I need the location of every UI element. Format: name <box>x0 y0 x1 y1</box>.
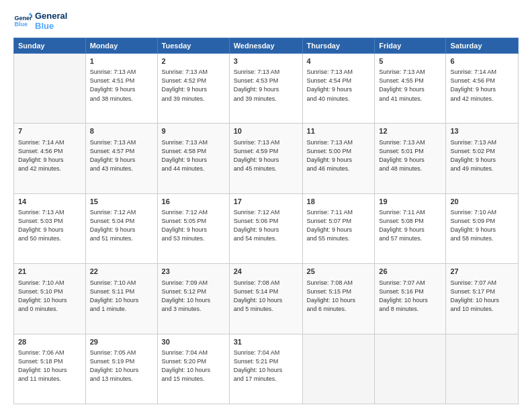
col-monday: Monday <box>85 38 157 54</box>
day-info: Sunrise: 7:13 AMSunset: 4:54 PMDaylight:… <box>307 68 371 103</box>
day-info: Sunrise: 7:13 AMSunset: 4:57 PMDaylight:… <box>90 138 153 173</box>
day-number: 10 <box>234 126 298 136</box>
day-number: 20 <box>450 197 514 207</box>
day-info: Sunrise: 7:13 AMSunset: 4:51 PMDaylight:… <box>90 68 153 103</box>
day-number: 30 <box>162 337 225 347</box>
day-info: Sunrise: 7:13 AMSunset: 4:53 PMDaylight:… <box>234 68 298 103</box>
table-row: 31Sunrise: 7:04 AMSunset: 5:21 PMDayligh… <box>229 334 302 404</box>
day-info: Sunrise: 7:12 AMSunset: 5:06 PMDaylight:… <box>234 208 298 243</box>
table-row: 5Sunrise: 7:13 AMSunset: 4:55 PMDaylight… <box>375 54 446 124</box>
table-row: 27Sunrise: 7:07 AMSunset: 5:17 PMDayligh… <box>446 264 519 334</box>
calendar-week-row: 1Sunrise: 7:13 AMSunset: 4:51 PMDaylight… <box>14 54 519 124</box>
day-info: Sunrise: 7:13 AMSunset: 4:55 PMDaylight:… <box>379 68 441 103</box>
day-info: Sunrise: 7:13 AMSunset: 4:52 PMDaylight:… <box>162 68 225 103</box>
page: General Blue General Blue Sunday Monday … <box>0 0 532 411</box>
day-number: 15 <box>90 197 153 207</box>
day-info: Sunrise: 7:09 AMSunset: 5:12 PMDaylight:… <box>162 279 225 314</box>
calendar-week-row: 28Sunrise: 7:06 AMSunset: 5:18 PMDayligh… <box>14 334 519 404</box>
day-info: Sunrise: 7:11 AMSunset: 5:07 PMDaylight:… <box>307 208 371 243</box>
day-number: 13 <box>450 126 514 136</box>
day-number: 5 <box>379 56 441 66</box>
col-tuesday: Tuesday <box>157 38 229 54</box>
table-row: 19Sunrise: 7:11 AMSunset: 5:08 PMDayligh… <box>375 193 446 263</box>
header-row: Sunday Monday Tuesday Wednesday Thursday… <box>14 38 519 54</box>
svg-text:Blue: Blue <box>14 21 28 28</box>
day-number: 8 <box>90 126 153 136</box>
day-number: 24 <box>234 267 298 277</box>
day-number: 18 <box>307 197 371 207</box>
day-info: Sunrise: 7:10 AMSunset: 5:11 PMDaylight:… <box>90 279 153 314</box>
calendar-week-row: 21Sunrise: 7:10 AMSunset: 5:10 PMDayligh… <box>14 264 519 334</box>
day-number: 23 <box>162 267 225 277</box>
table-row: 2Sunrise: 7:13 AMSunset: 4:52 PMDaylight… <box>157 54 229 124</box>
day-number: 1 <box>90 56 153 66</box>
day-info: Sunrise: 7:10 AMSunset: 5:10 PMDaylight:… <box>18 279 81 314</box>
table-row: 12Sunrise: 7:13 AMSunset: 5:01 PMDayligh… <box>375 124 446 193</box>
day-info: Sunrise: 7:11 AMSunset: 5:08 PMDaylight:… <box>379 208 441 243</box>
table-row: 29Sunrise: 7:05 AMSunset: 5:19 PMDayligh… <box>85 334 157 404</box>
table-row: 20Sunrise: 7:10 AMSunset: 5:09 PMDayligh… <box>446 193 519 263</box>
day-info: Sunrise: 7:13 AMSunset: 5:00 PMDaylight:… <box>307 138 371 173</box>
day-info: Sunrise: 7:13 AMSunset: 4:59 PMDaylight:… <box>234 138 298 173</box>
col-sunday: Sunday <box>14 38 86 54</box>
day-info: Sunrise: 7:13 AMSunset: 5:02 PMDaylight:… <box>450 138 514 173</box>
day-info: Sunrise: 7:12 AMSunset: 5:04 PMDaylight:… <box>90 208 153 243</box>
table-row: 6Sunrise: 7:14 AMSunset: 4:56 PMDaylight… <box>446 54 519 124</box>
day-number: 3 <box>234 56 298 66</box>
table-row <box>446 334 519 404</box>
day-number: 17 <box>234 197 298 207</box>
day-info: Sunrise: 7:07 AMSunset: 5:16 PMDaylight:… <box>379 279 441 314</box>
day-number: 19 <box>379 197 441 207</box>
table-row: 21Sunrise: 7:10 AMSunset: 5:10 PMDayligh… <box>14 264 86 334</box>
logo-blue: Blue <box>35 21 67 31</box>
day-number: 29 <box>90 337 153 347</box>
table-row: 8Sunrise: 7:13 AMSunset: 4:57 PMDaylight… <box>85 124 157 193</box>
day-info: Sunrise: 7:04 AMSunset: 5:20 PMDaylight:… <box>162 349 225 383</box>
col-thursday: Thursday <box>302 38 375 54</box>
day-number: 4 <box>307 56 371 66</box>
table-row: 9Sunrise: 7:13 AMSunset: 4:58 PMDaylight… <box>157 124 229 193</box>
day-number: 28 <box>18 337 81 347</box>
day-info: Sunrise: 7:04 AMSunset: 5:21 PMDaylight:… <box>234 349 298 383</box>
day-number: 9 <box>162 126 225 136</box>
table-row: 23Sunrise: 7:09 AMSunset: 5:12 PMDayligh… <box>157 264 229 334</box>
calendar-week-row: 14Sunrise: 7:13 AMSunset: 5:03 PMDayligh… <box>14 193 519 263</box>
col-friday: Friday <box>375 38 446 54</box>
day-number: 22 <box>90 267 153 277</box>
table-row: 4Sunrise: 7:13 AMSunset: 4:54 PMDaylight… <box>302 54 375 124</box>
col-wednesday: Wednesday <box>229 38 302 54</box>
table-row: 7Sunrise: 7:14 AMSunset: 4:56 PMDaylight… <box>14 124 86 193</box>
table-row: 30Sunrise: 7:04 AMSunset: 5:20 PMDayligh… <box>157 334 229 404</box>
table-row: 11Sunrise: 7:13 AMSunset: 5:00 PMDayligh… <box>302 124 375 193</box>
day-info: Sunrise: 7:07 AMSunset: 5:17 PMDaylight:… <box>450 279 514 314</box>
day-number: 6 <box>450 56 514 66</box>
calendar-week-row: 7Sunrise: 7:14 AMSunset: 4:56 PMDaylight… <box>14 124 519 193</box>
day-number: 25 <box>307 267 371 277</box>
calendar-table: Sunday Monday Tuesday Wednesday Thursday… <box>13 38 519 404</box>
svg-marker-2 <box>28 12 32 15</box>
table-row: 1Sunrise: 7:13 AMSunset: 4:51 PMDaylight… <box>85 54 157 124</box>
table-row <box>14 54 86 124</box>
day-number: 21 <box>18 267 81 277</box>
svg-text:General: General <box>14 15 32 21</box>
day-info: Sunrise: 7:06 AMSunset: 5:18 PMDaylight:… <box>18 349 81 383</box>
day-info: Sunrise: 7:13 AMSunset: 5:03 PMDaylight:… <box>18 208 81 243</box>
table-row: 15Sunrise: 7:12 AMSunset: 5:04 PMDayligh… <box>85 193 157 263</box>
table-row: 28Sunrise: 7:06 AMSunset: 5:18 PMDayligh… <box>14 334 86 404</box>
day-number: 27 <box>450 267 514 277</box>
table-row: 13Sunrise: 7:13 AMSunset: 5:02 PMDayligh… <box>446 124 519 193</box>
table-row: 18Sunrise: 7:11 AMSunset: 5:07 PMDayligh… <box>302 193 375 263</box>
day-info: Sunrise: 7:08 AMSunset: 5:15 PMDaylight:… <box>307 279 371 314</box>
day-info: Sunrise: 7:13 AMSunset: 4:58 PMDaylight:… <box>162 138 225 173</box>
table-row: 24Sunrise: 7:08 AMSunset: 5:14 PMDayligh… <box>229 264 302 334</box>
table-row: 22Sunrise: 7:10 AMSunset: 5:11 PMDayligh… <box>85 264 157 334</box>
day-info: Sunrise: 7:14 AMSunset: 4:56 PMDaylight:… <box>450 68 514 103</box>
table-row: 3Sunrise: 7:13 AMSunset: 4:53 PMDaylight… <box>229 54 302 124</box>
logo-general: General <box>35 11 67 21</box>
day-number: 16 <box>162 197 225 207</box>
day-number: 7 <box>18 126 81 136</box>
day-number: 2 <box>162 56 225 66</box>
table-row: 14Sunrise: 7:13 AMSunset: 5:03 PMDayligh… <box>14 193 86 263</box>
day-info: Sunrise: 7:12 AMSunset: 5:05 PMDaylight:… <box>162 208 225 243</box>
day-number: 26 <box>379 267 441 277</box>
